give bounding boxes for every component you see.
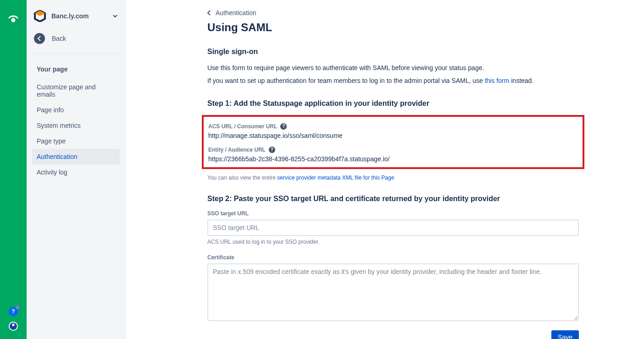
sidebar-item-page-type[interactable]: Page type xyxy=(32,133,120,149)
sso-target-label: SSO target URL xyxy=(207,210,579,217)
org-switcher[interactable]: Banc.ly.com xyxy=(32,10,120,22)
this-form-link[interactable]: this form xyxy=(485,77,510,84)
sidebar-item-authentication[interactable]: Authentication xyxy=(32,149,120,164)
certificate-label: Certificate xyxy=(207,254,579,261)
metadata-link[interactable]: service provider metadata XML file for t… xyxy=(277,175,394,181)
wifi-icon[interactable] xyxy=(7,13,19,25)
sso-heading: Single sign-on xyxy=(207,48,579,56)
back-button[interactable]: Back xyxy=(32,33,120,54)
intro-text-2: If you want to set up authentication for… xyxy=(207,76,579,85)
main-content: Authentication Using SAML Single sign-on… xyxy=(126,0,644,339)
entity-url-label: Entity / Audience URL ? xyxy=(208,147,578,153)
acs-url-value: http://manage.statuspage.io/sso/saml/con… xyxy=(208,132,578,139)
avatar[interactable] xyxy=(9,322,18,331)
help-tooltip-icon[interactable]: ? xyxy=(280,123,287,130)
left-rail: ? xyxy=(0,0,27,339)
certificate-textarea[interactable] xyxy=(207,263,579,321)
intro-text-1: Use this form to require page viewers to… xyxy=(207,63,579,72)
org-logo-icon xyxy=(34,10,46,22)
sso-target-help: ACS URL used to log in to your SSO provi… xyxy=(207,239,579,245)
save-button[interactable]: Save xyxy=(551,330,579,339)
org-name: Banc.ly.com xyxy=(51,12,112,20)
metadata-note: You can also view the entire service pro… xyxy=(207,175,579,181)
chevron-left-icon xyxy=(207,10,211,16)
back-arrow-icon xyxy=(34,33,45,44)
chevron-down-icon xyxy=(112,11,118,21)
back-label: Back xyxy=(52,35,66,42)
step2-title: Step 2: Paste your SSO target URL and ce… xyxy=(207,195,579,203)
breadcrumb[interactable]: Authentication xyxy=(207,9,579,16)
sso-target-input[interactable] xyxy=(207,219,579,236)
svg-point-0 xyxy=(11,18,16,22)
help-tooltip-icon[interactable]: ? xyxy=(269,147,275,153)
nav-section-heading: Your page xyxy=(32,62,120,77)
sidebar-item-customize[interactable]: Customize page and emails xyxy=(32,79,120,102)
sidebar-item-activity-log[interactable]: Activity log xyxy=(32,164,120,180)
acs-url-label: ACS URL / Consumer URL ? xyxy=(208,123,578,130)
highlight-box: ACS URL / Consumer URL ? http://manage.s… xyxy=(202,115,584,169)
page-title: Using SAML xyxy=(207,21,579,34)
breadcrumb-label: Authentication xyxy=(216,9,256,16)
step1-title: Step 1: Add the Statuspage application i… xyxy=(207,99,579,108)
help-icon[interactable]: ? xyxy=(9,307,18,316)
sidebar: Banc.ly.com Back Your page Customize pag… xyxy=(27,0,126,339)
sidebar-item-page-info[interactable]: Page info xyxy=(32,102,120,118)
sidebar-item-system-metrics[interactable]: System metrics xyxy=(32,118,120,133)
entity-url-value: https://2366b5ab-2c38-4396-8255-ca20399b… xyxy=(208,155,578,163)
